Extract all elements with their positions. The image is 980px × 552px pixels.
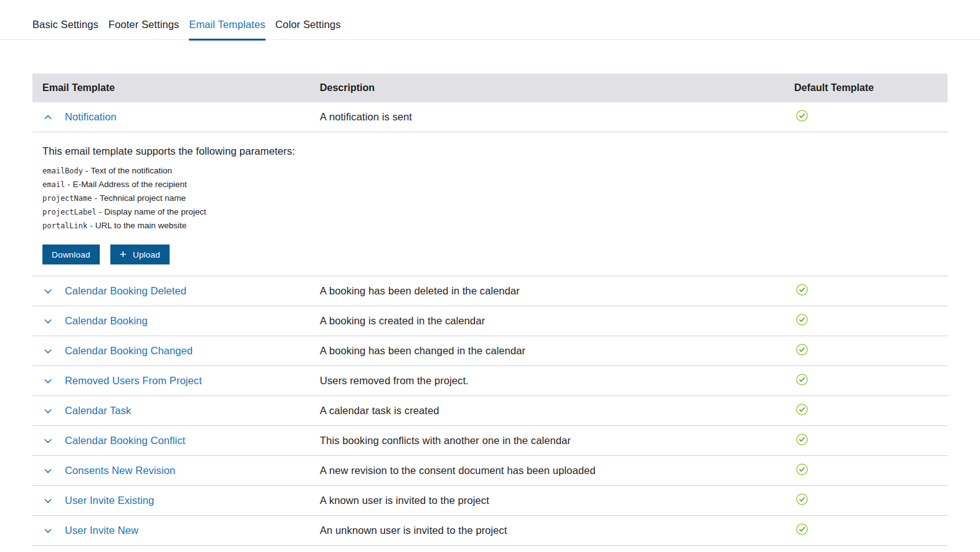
parameter-description: Display name of the project bbox=[104, 207, 206, 216]
default-template-check-icon bbox=[795, 493, 809, 506]
default-template-check-icon bbox=[795, 463, 809, 476]
table-row: Consents New Revision A new revision to … bbox=[32, 456, 948, 486]
template-name-link[interactable]: Consents New Revision bbox=[65, 465, 175, 477]
default-template-check-icon bbox=[795, 283, 809, 296]
table-row: Notification A notification is sent bbox=[32, 102, 948, 132]
template-name-link[interactable]: Calendar Task bbox=[65, 405, 131, 417]
table-row: Calendar Task A calendar task is created bbox=[32, 396, 948, 426]
settings-tab-bar: Basic SettingsFooter SettingsEmail Templ… bbox=[0, 0, 980, 40]
tab-color-settings[interactable]: Color Settings bbox=[276, 19, 341, 41]
parameter-name: email bbox=[42, 180, 65, 189]
table-row: User Invite New An unknown user is invit… bbox=[32, 516, 948, 546]
default-template-check-icon bbox=[795, 523, 809, 536]
parameters-intro-text: This email template supports the followi… bbox=[42, 145, 948, 157]
parameter-line: email-E-Mail Address of the recipient bbox=[42, 178, 948, 191]
download-button[interactable]: Download bbox=[42, 245, 100, 264]
chevron-down-icon[interactable] bbox=[42, 375, 54, 387]
parameter-name: portalLink bbox=[42, 221, 87, 230]
parameter-name: projectName bbox=[42, 194, 92, 203]
chevron-down-icon[interactable] bbox=[42, 495, 54, 506]
parameter-description: E-Mail Address of the recipient bbox=[73, 180, 187, 189]
table-row: Calendar Booking A booking is created in… bbox=[32, 306, 948, 336]
upload-button[interactable]: + Upload bbox=[110, 245, 170, 264]
column-header-email-template: Email Template bbox=[32, 82, 320, 94]
template-name-link[interactable]: Notification bbox=[65, 111, 117, 123]
chevron-down-icon[interactable] bbox=[42, 346, 54, 357]
template-description: A new revision to the consent document h… bbox=[320, 465, 794, 477]
tab-basic-settings[interactable]: Basic Settings bbox=[32, 19, 98, 41]
chevron-down-icon[interactable] bbox=[42, 405, 54, 417]
table-row: User Invite Existing A known user is inv… bbox=[32, 486, 948, 516]
chevron-down-icon[interactable] bbox=[42, 286, 54, 297]
table-body: Notification A notification is sent This… bbox=[32, 102, 948, 546]
parameter-name: projectLabel bbox=[42, 208, 97, 216]
template-description: A booking has been changed in the calend… bbox=[320, 345, 794, 357]
template-name-link[interactable]: Calendar Booking bbox=[65, 315, 148, 327]
chevron-up-icon[interactable] bbox=[42, 112, 54, 123]
template-description: A notification is sent bbox=[320, 111, 794, 123]
template-name-link[interactable]: User Invite Existing bbox=[65, 495, 154, 506]
parameter-description: Text of the notification bbox=[91, 166, 173, 175]
chevron-down-icon[interactable] bbox=[42, 525, 54, 536]
default-template-check-icon bbox=[795, 403, 809, 416]
template-description: A booking has been deleted in the calend… bbox=[320, 285, 794, 297]
parameter-description: Technical project name bbox=[100, 193, 186, 203]
template-name-link[interactable]: Calendar Booking Deleted bbox=[65, 285, 186, 297]
table-row: Calendar Booking Changed A booking has b… bbox=[32, 336, 948, 366]
parameter-list: emailBody-Text of the notificationemail-… bbox=[42, 164, 948, 233]
table-row: Removed Users From Project Users removed… bbox=[32, 366, 948, 396]
parameter-name: emailBody bbox=[42, 167, 83, 175]
template-description: An unknown user is invited to the projec… bbox=[320, 525, 794, 536]
parameter-description: URL to the main website bbox=[95, 221, 187, 230]
template-name-link[interactable]: Calendar Booking Conflict bbox=[65, 435, 185, 447]
template-details-panel: This email template supports the followi… bbox=[32, 132, 948, 276]
chevron-down-icon[interactable] bbox=[42, 435, 54, 447]
parameter-line: projectName-Technical project name bbox=[42, 191, 948, 205]
parameter-separator: - bbox=[65, 180, 73, 189]
parameter-separator: - bbox=[92, 193, 100, 203]
template-description: Users removed from the project. bbox=[320, 375, 794, 387]
parameter-line: projectLabel-Display name of the project bbox=[42, 205, 948, 219]
default-template-check-icon bbox=[795, 109, 809, 122]
chevron-down-icon[interactable] bbox=[42, 316, 54, 327]
parameter-line: portalLink-URL to the main website bbox=[42, 219, 948, 233]
tab-email-templates[interactable]: Email Templates bbox=[189, 19, 265, 41]
chevron-down-icon[interactable] bbox=[42, 465, 54, 477]
default-template-check-icon bbox=[795, 373, 809, 386]
column-header-default-template: Default Template bbox=[794, 82, 948, 94]
email-templates-table: Email Template Description Default Templ… bbox=[32, 74, 948, 546]
parameter-line: emailBody-Text of the notification bbox=[42, 164, 948, 178]
default-template-check-icon bbox=[795, 313, 809, 326]
tab-footer-settings[interactable]: Footer Settings bbox=[108, 19, 179, 41]
parameter-separator: - bbox=[97, 207, 105, 216]
plus-icon: + bbox=[120, 248, 127, 260]
template-name-link[interactable]: Calendar Booking Changed bbox=[65, 345, 193, 357]
column-header-description: Description bbox=[320, 82, 794, 94]
parameter-separator: - bbox=[87, 221, 95, 230]
template-description: This booking conflicts with another one … bbox=[320, 435, 794, 447]
template-name-link[interactable]: User Invite New bbox=[65, 525, 138, 536]
parameter-separator: - bbox=[83, 166, 91, 175]
template-description: A known user is invited to the project bbox=[320, 495, 794, 506]
default-template-check-icon bbox=[795, 433, 809, 446]
template-description: A calendar task is created bbox=[320, 405, 794, 417]
table-header-row: Email Template Description Default Templ… bbox=[32, 74, 948, 102]
table-row: Calendar Booking Conflict This booking c… bbox=[32, 426, 948, 456]
default-template-check-icon bbox=[795, 343, 809, 356]
template-name-link[interactable]: Removed Users From Project bbox=[65, 375, 202, 387]
table-row: Calendar Booking Deleted A booking has b… bbox=[32, 276, 948, 306]
template-description: A booking is created in the calendar bbox=[320, 315, 794, 327]
